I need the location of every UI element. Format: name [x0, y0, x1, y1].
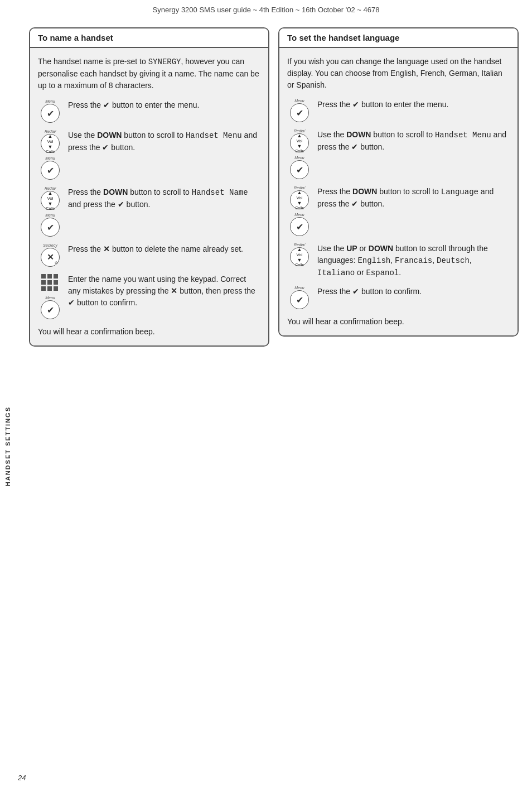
r-menu-icon-wrap-2: Menu ✔	[290, 156, 309, 179]
left-step-3: Redia/ ▲ Vol ▼ Calls Menu ✔	[38, 186, 260, 237]
r-menu-circle-2: ✔	[290, 160, 309, 179]
right-panel-header: To set the handset language	[279, 28, 518, 48]
r-redia-label-1: Redia/	[294, 129, 305, 133]
kd2	[47, 274, 52, 279]
kd4	[41, 280, 46, 285]
left-step-3-text: Press the DOWN button to scroll to Hands…	[68, 186, 260, 210]
two-column-layout: To name a handset The handset name is pr…	[29, 27, 519, 347]
redia-label-1: Redia/	[45, 129, 56, 133]
r-redia-wrap-3: Redia/ ▲ Vol ▼ Calls	[290, 243, 309, 266]
down-arrow-2: ▼	[48, 201, 53, 207]
menu-label-2: Menu	[45, 156, 55, 160]
r-calls-2: Calls	[295, 206, 304, 210]
left-step-2-text: Use the DOWN button to scroll to Handset…	[68, 129, 260, 153]
right-step-3-text: Press the DOWN button to scroll to Langu…	[317, 186, 510, 210]
r-redia-label-3: Redia/	[294, 243, 305, 247]
left-step-5-text: Enter the name you want using the keypad…	[68, 273, 260, 309]
page-header: Synergy 3200 SMS user guide ~ 4th Editio…	[0, 0, 532, 17]
r-menu-circle-3: ✔	[290, 217, 309, 236]
r-redia-label-2: Redia/	[294, 186, 305, 190]
r-menu-circle-5: ✔	[290, 290, 309, 309]
main-content: To name a handset The handset name is pr…	[16, 17, 532, 369]
sidebar-text: HANDSET SETTINGS	[4, 406, 11, 486]
right-step-1-icon: Menu ✔	[287, 99, 312, 122]
menu-label-4: Menu	[45, 296, 55, 300]
left-step-4-icon: Secrecy ✕ ⊙	[38, 243, 62, 267]
up-arrow-2: ▲	[48, 190, 53, 196]
left-step-4-text: Press the ✕ button to delete the name al…	[68, 243, 260, 255]
checkmark-icon-3: ✔	[47, 222, 54, 233]
right-step-4: Redia/ ▲ Vol ▼ Calls Use the UP or DOWN …	[287, 243, 510, 279]
secrecy-label: Secrecy	[43, 243, 57, 247]
kd9	[54, 286, 58, 291]
left-step-5-icon: Menu ✔	[38, 273, 62, 319]
secrecy-icon-wrap: Secrecy ✕ ⊙	[41, 243, 60, 267]
r-menu-icon-wrap-3: Menu ✔	[290, 213, 309, 236]
menu-label-3: Menu	[45, 213, 55, 217]
right-step-4-icon: Redia/ ▲ Vol ▼ Calls	[287, 243, 312, 266]
menu-icon-wrap: Menu ✔	[41, 99, 60, 123]
r-menu-label-2: Menu	[294, 156, 304, 160]
r-checkmark-2: ✔	[296, 165, 303, 175]
r-menu-label-1: Menu	[294, 99, 304, 103]
menu-icon-wrap-4: Menu ✔	[41, 296, 60, 319]
right-panel: To set the handset language If you wish …	[278, 27, 519, 337]
header-title: Synergy 3200 SMS user guide ~ 4th Editio…	[153, 6, 380, 14]
right-step-2-text: Use the DOWN button to scroll to Handset…	[317, 129, 510, 153]
r-redia-circle-1: ▲ Vol ▼ Calls	[290, 133, 309, 152]
menu-icon-wrap-2: Menu ✔	[41, 156, 60, 180]
redia-circle-1: ▲ Vol ▼ Calls	[41, 134, 60, 153]
left-intro: The handset name is pre-set to SYNERGY, …	[38, 56, 260, 92]
r-menu-icon-wrap-5: Menu ✔	[290, 286, 309, 309]
right-step-2: Redia/ ▲ Vol ▼ Calls Menu ✔	[287, 129, 510, 179]
left-step-3-icon: Redia/ ▲ Vol ▼ Calls Menu ✔	[38, 186, 62, 237]
r-menu-label-3: Menu	[294, 213, 304, 217]
right-step-1-text: Press the ✔ button to enter the menu.	[317, 99, 510, 111]
checkmark-icon-4: ✔	[47, 305, 54, 315]
left-panel-title: To name a handset	[38, 33, 113, 42]
left-step-4: Secrecy ✕ ⊙ Press the ✕ button to delete…	[38, 243, 260, 267]
right-panel-body: If you wish you can change the language …	[279, 48, 518, 335]
secrecy-small: ⊙	[55, 261, 58, 265]
kd1	[41, 274, 46, 279]
r-down-3: ▼	[297, 257, 302, 263]
r-down-2: ▼	[297, 200, 302, 206]
r-menu-icon-wrap-1: Menu ✔	[290, 99, 309, 122]
menu-label: Menu	[45, 99, 55, 103]
vol-label-2: Vol	[47, 196, 53, 201]
r-checkmark-1: ✔	[296, 108, 303, 118]
redia-icon-wrap-1: Redia/ ▲ Vol ▼ Calls	[41, 129, 60, 153]
right-step-4-text: Use the UP or DOWN button to scroll thro…	[317, 243, 510, 279]
r-down-1: ▼	[297, 143, 302, 149]
down-arrow-1: ▼	[48, 144, 53, 150]
menu-circle: ✔	[41, 104, 60, 123]
left-panel-header: To name a handset	[30, 28, 268, 48]
checkmark-icon-2: ✔	[47, 165, 54, 176]
right-step-1: Menu ✔ Press the ✔ button to enter the m…	[287, 99, 510, 122]
r-calls-1: Calls	[295, 149, 304, 153]
keypad-icon	[41, 273, 60, 292]
left-step-2: Redia/ ▲ Vol ▼ Calls Menu ✔	[38, 129, 260, 180]
calls-label-2: Calls	[46, 207, 55, 210]
r-checkmark-3: ✔	[296, 222, 303, 232]
page-number: 24	[18, 774, 26, 782]
r-redia-wrap-2: Redia/ ▲ Vol ▼ Calls	[290, 186, 309, 209]
redia-circle-2: ▲ Vol ▼ Calls	[41, 191, 60, 210]
left-footer: You will hear a confirmation beep.	[38, 326, 260, 338]
r-vol-3: Vol	[296, 252, 302, 257]
r-vol-1: Vol	[296, 138, 302, 143]
kd5	[47, 280, 52, 285]
left-panel: To name a handset The handset name is pr…	[29, 27, 269, 347]
right-panel-title: To set the handset language	[287, 33, 399, 42]
right-step-3-icon: Redia/ ▲ Vol ▼ Calls Menu ✔	[287, 186, 312, 236]
right-footer: You will hear a confirmation beep.	[287, 316, 510, 328]
r-up-2: ▲	[297, 190, 302, 195]
r-checkmark-5: ✔	[296, 295, 303, 305]
r-menu-circle-1: ✔	[290, 103, 309, 122]
menu-circle-2: ✔	[41, 161, 60, 180]
right-step-2-icon: Redia/ ▲ Vol ▼ Calls Menu ✔	[287, 129, 312, 179]
redia-label-2: Redia/	[45, 186, 56, 190]
r-calls-3: Calls	[295, 263, 304, 267]
right-step-5-text: Press the ✔ button to confirm.	[317, 286, 510, 297]
r-redia-circle-3: ▲ Vol ▼ Calls	[290, 247, 309, 266]
